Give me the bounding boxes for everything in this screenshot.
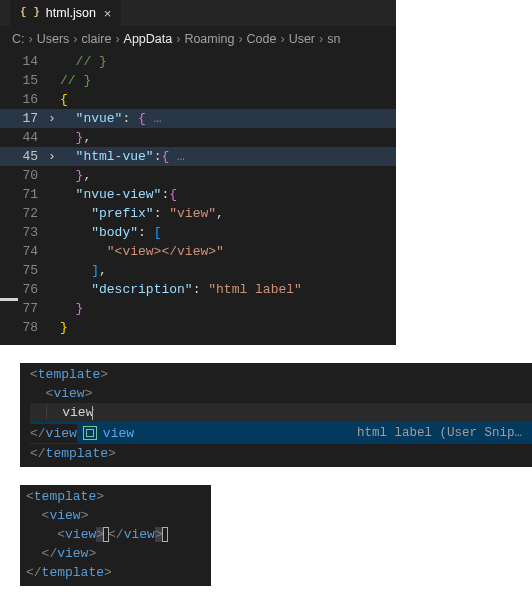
code-line[interactable]: 45› "html-vue":{ … — [0, 147, 396, 166]
chevron-right-icon: › — [280, 32, 284, 46]
code-line-active[interactable]: view — [20, 403, 532, 422]
breadcrumb-segment[interactable]: Code — [247, 32, 277, 46]
code-line[interactable]: 71 "nvue-view":{ — [0, 185, 396, 204]
breadcrumb-segment[interactable]: claire — [82, 32, 112, 46]
code-line[interactable]: <template> — [20, 365, 532, 384]
editor-tab[interactable]: { } html.json × — [10, 0, 121, 26]
snippet-icon — [83, 426, 97, 440]
breadcrumb-segment[interactable]: Users — [37, 32, 70, 46]
breadcrumb-segment[interactable]: sn — [327, 32, 340, 46]
editor-panel-autocomplete: <template> <view> view </viewviewhtml la… — [20, 363, 532, 467]
line-number: 44 — [0, 130, 44, 145]
chevron-right-icon: › — [115, 32, 119, 46]
code-text: // } — [60, 73, 91, 88]
code-line[interactable]: 16{ — [0, 90, 396, 109]
chevron-right-icon: › — [319, 32, 323, 46]
code-text: { — [60, 92, 68, 107]
fold-toggle-icon[interactable]: › — [44, 112, 60, 125]
code-text: "body": [ — [60, 225, 161, 240]
breadcrumbs[interactable]: C:›Users›claire›AppData›Roaming›Code›Use… — [0, 26, 396, 52]
chevron-right-icon: › — [176, 32, 180, 46]
chevron-right-icon: › — [73, 32, 77, 46]
close-icon[interactable]: × — [102, 7, 114, 20]
breadcrumb-segment[interactable]: Roaming — [184, 32, 234, 46]
code-line[interactable]: </template> — [20, 444, 532, 463]
code-line[interactable]: 77 } — [0, 299, 396, 318]
line-number: 70 — [0, 168, 44, 183]
json-file-icon: { } — [20, 6, 40, 18]
code-line[interactable]: </template> — [20, 563, 211, 582]
code-line[interactable]: 76 "description": "html label" — [0, 280, 396, 299]
line-number: 17 — [0, 111, 44, 126]
code-line[interactable]: 78} — [0, 318, 396, 337]
typed-text: view — [62, 405, 93, 420]
code-text: }, — [60, 130, 91, 145]
line-number: 78 — [0, 320, 44, 335]
line-number: 15 — [0, 73, 44, 88]
code-text: "nvue": { … — [60, 111, 161, 126]
suggestion-hint: html label (User Snip… — [351, 422, 532, 444]
autocomplete-popup: </viewviewhtml label (User Snip… — [30, 422, 532, 444]
code-line[interactable]: 75 ], — [0, 261, 396, 280]
chevron-right-icon: › — [29, 32, 33, 46]
code-area[interactable]: 14 // }15// }16{17› "nvue": { …44 },45› … — [0, 52, 396, 345]
line-number: 45 — [0, 149, 44, 164]
line-number: 75 — [0, 263, 44, 278]
code-line[interactable]: 72 "prefix": "view", — [0, 204, 396, 223]
code-text: ], — [60, 263, 107, 278]
code-line[interactable]: 15// } — [0, 71, 396, 90]
code-text: "prefix": "view", — [60, 206, 224, 221]
code-text: // } — [60, 54, 107, 69]
breadcrumb-segment[interactable]: User — [289, 32, 315, 46]
text-cursor — [92, 406, 93, 420]
line-number: 77 — [0, 301, 44, 316]
code-line[interactable]: 17› "nvue": { … — [0, 109, 396, 128]
code-text: "description": "html label" — [60, 282, 302, 297]
line-number: 16 — [0, 92, 44, 107]
tab-bar: { } html.json × — [0, 0, 396, 26]
code-text: }, — [60, 168, 91, 183]
line-number: 14 — [0, 54, 44, 69]
code-line[interactable]: <template> — [20, 487, 211, 506]
code-line[interactable]: 74 "<view></view>" — [0, 242, 396, 261]
chevron-right-icon: › — [238, 32, 242, 46]
editor-panel-result: <template> <view> <view></view> </view><… — [20, 485, 211, 586]
code-line[interactable]: <view> — [20, 384, 532, 403]
fold-toggle-icon[interactable]: › — [44, 150, 60, 163]
line-number: 76 — [0, 282, 44, 297]
text-cursor — [162, 527, 168, 542]
editor-panel-json: { } html.json × C:›Users›claire›AppData›… — [0, 0, 396, 345]
code-line[interactable]: 44 }, — [0, 128, 396, 147]
code-line[interactable]: <view> — [20, 506, 211, 525]
line-number: 72 — [0, 206, 44, 221]
code-line[interactable]: 73 "body": [ — [0, 223, 396, 242]
code-text: "html-vue":{ … — [60, 149, 185, 164]
breadcrumb-segment[interactable]: C: — [12, 32, 25, 46]
line-number: 73 — [0, 225, 44, 240]
code-text: "<view></view>" — [60, 244, 224, 259]
code-text: </view — [30, 424, 77, 443]
code-line[interactable]: 70 }, — [0, 166, 396, 185]
code-line[interactable]: 14 // } — [0, 52, 396, 71]
suggestion-label[interactable]: view — [103, 426, 144, 441]
line-number: 71 — [0, 187, 44, 202]
code-text: } — [60, 301, 83, 316]
code-text: "nvue-view":{ — [60, 187, 177, 202]
tab-title: html.json — [46, 6, 96, 20]
code-line-inserted[interactable]: <view></view> — [20, 525, 211, 544]
line-number: 74 — [0, 244, 44, 259]
code-text: } — [60, 320, 68, 335]
breadcrumb-segment[interactable]: AppData — [124, 32, 173, 46]
code-line[interactable]: </view> — [20, 544, 211, 563]
